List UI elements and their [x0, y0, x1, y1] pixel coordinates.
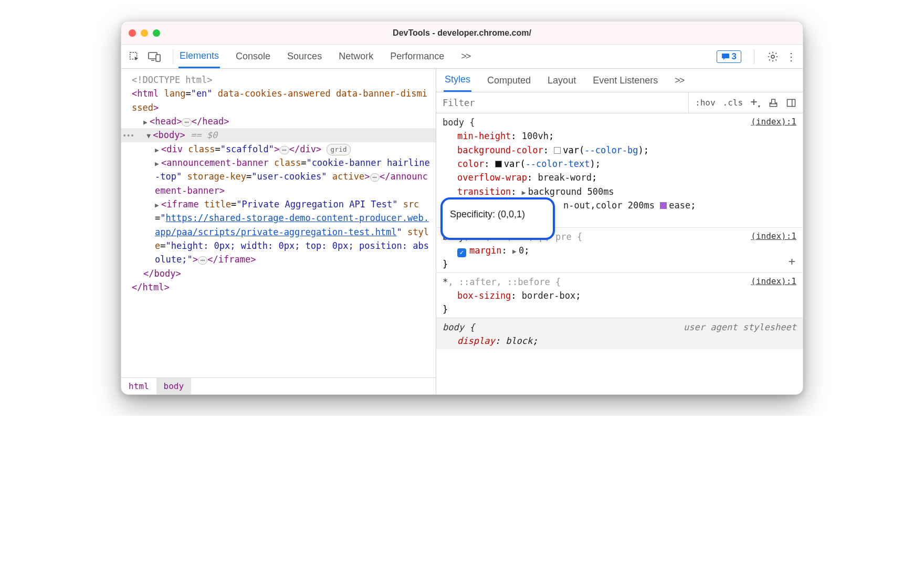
easing-icon[interactable] — [660, 202, 667, 209]
ua-stylesheet-label: user agent stylesheet — [684, 320, 796, 334]
panel-tabs: Elements Console Sources Network Perform… — [178, 45, 711, 68]
rule-source-link[interactable]: (index):1 — [751, 230, 796, 244]
rule-selector: body { — [443, 116, 475, 129]
tab-console[interactable]: Console — [235, 46, 271, 67]
filter-tools: :hov .cls +▾ — [688, 92, 803, 113]
crumb-html[interactable]: html — [121, 378, 156, 394]
html-tag[interactable]: <html lang="en" data-cookies-answered da… — [132, 87, 430, 114]
separator — [173, 49, 173, 64]
subtab-styles[interactable]: Styles — [444, 69, 471, 92]
head-node[interactable]: ▶<head>⋯</head> — [132, 114, 430, 128]
property-checkbox[interactable]: ✓ — [457, 248, 466, 257]
device-toggle-icon[interactable] — [148, 50, 161, 64]
close-window-button[interactable] — [129, 29, 136, 37]
doctype: <!DOCTYPE html> — [132, 73, 430, 87]
html-close: </html> — [132, 280, 430, 294]
breadcrumb: html body — [121, 377, 436, 394]
cls-button[interactable]: .cls — [723, 98, 743, 108]
subtab-more[interactable]: >> — [674, 70, 685, 91]
elements-panel: <!DOCTYPE html> <html lang="en" data-coo… — [121, 69, 436, 394]
styles-rules: Specificity: (0,0,1) body { (index):1 mi… — [436, 113, 803, 394]
brush-icon[interactable] — [768, 98, 779, 108]
inspect-icon[interactable] — [128, 50, 141, 64]
subtab-layout[interactable]: Layout — [547, 70, 577, 91]
gear-icon[interactable] — [767, 51, 779, 62]
messages-count: 3 — [732, 51, 737, 62]
body-close: </body> — [132, 267, 430, 280]
rule-user-agent[interactable]: body { user agent stylesheet display: bl… — [436, 318, 803, 349]
filter-bar: :hov .cls +▾ — [436, 92, 803, 113]
styles-panel: Styles Computed Layout Event Listeners >… — [436, 69, 803, 394]
styles-filter-input[interactable] — [436, 98, 688, 108]
tab-network[interactable]: Network — [338, 46, 374, 67]
hov-button[interactable]: :hov — [695, 98, 716, 108]
panel-toggle-icon[interactable] — [786, 98, 796, 108]
toolbar-right: 3 ⋮ — [717, 49, 796, 64]
specificity-tooltip: Specificity: (0,0,1) — [440, 197, 555, 240]
tab-sources[interactable]: Sources — [286, 46, 323, 67]
crumb-body[interactable]: body — [156, 378, 192, 394]
tab-more[interactable]: >> — [460, 46, 471, 67]
subtab-event-listeners[interactable]: Event Listeners — [592, 70, 659, 91]
dom-tree[interactable]: <!DOCTYPE html> <html lang="en" data-coo… — [121, 69, 436, 377]
kebab-icon[interactable]: ⋮ — [786, 50, 796, 63]
window-title: DevTools - developer.chrome.com/ — [121, 28, 803, 38]
tooltip-text: Specificity: (0,0,1) — [450, 209, 525, 219]
minimize-window-button[interactable] — [141, 29, 148, 37]
messages-badge[interactable]: 3 — [717, 50, 741, 63]
color-swatch-icon[interactable] — [495, 161, 502, 167]
new-rule-icon[interactable]: +▾ — [750, 95, 761, 110]
tab-performance[interactable]: Performance — [389, 46, 445, 67]
announcement-banner-node[interactable]: ▶<announcement-banner class="cookie-bann… — [132, 156, 430, 197]
rule-source-link[interactable]: (index):1 — [751, 275, 796, 289]
div-scaffold-node[interactable]: ▶<div class="scaffold">⋯</div> grid — [132, 142, 430, 156]
separator — [754, 49, 754, 64]
devtools-window: DevTools - developer.chrome.com/ Element… — [121, 21, 803, 395]
rule-source-link[interactable]: (index):1 — [751, 116, 796, 129]
titlebar: DevTools - developer.chrome.com/ — [121, 22, 803, 45]
svg-point-3 — [771, 55, 774, 58]
add-property-icon[interactable]: + — [789, 253, 795, 270]
subtab-computed[interactable]: Computed — [486, 70, 532, 91]
rule-universal[interactable]: *, ::after, ::before { (index):1 box-siz… — [436, 272, 803, 318]
content: <!DOCTYPE html> <html lang="en" data-coo… — [121, 69, 803, 394]
maximize-window-button[interactable] — [153, 29, 160, 37]
traffic-lights — [129, 29, 160, 37]
svg-rect-2 — [156, 55, 160, 61]
color-swatch-icon[interactable] — [554, 147, 561, 154]
svg-rect-4 — [788, 99, 795, 106]
iframe-node[interactable]: ▶<iframe title="Private Aggregation API … — [132, 197, 430, 267]
tab-elements[interactable]: Elements — [178, 45, 220, 68]
main-toolbar: Elements Console Sources Network Perform… — [121, 45, 803, 69]
body-node-selected[interactable]: ▼<body> == $0 — [121, 128, 436, 142]
sidebar-tabs: Styles Computed Layout Event Listeners >… — [436, 69, 803, 92]
